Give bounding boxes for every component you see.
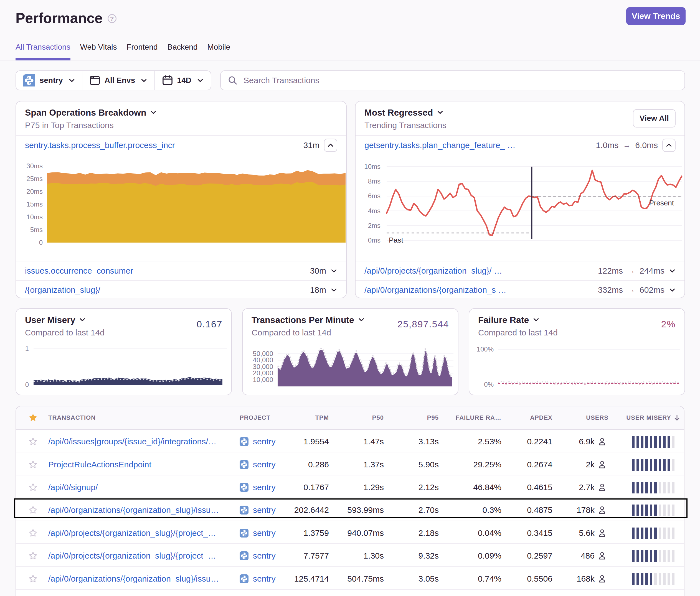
svg-text:0ms: 0ms [368,236,380,244]
svg-text:25ms: 25ms [26,175,43,182]
svg-text:0: 0 [39,239,43,246]
svg-text:5ms: 5ms [30,226,43,233]
svg-text:4ms: 4ms [368,207,380,214]
svg-text:20ms: 20ms [26,188,43,195]
svg-text:100%: 100% [477,345,494,353]
svg-text:10ms: 10ms [364,163,380,170]
svg-text:10,000: 10,000 [253,376,273,383]
svg-text:0: 0 [25,381,29,388]
svg-text:8ms: 8ms [368,177,380,185]
svg-text:2ms: 2ms [368,222,380,229]
svg-text:15ms: 15ms [26,201,43,208]
svg-text:30ms: 30ms [26,162,43,170]
svg-text:10ms: 10ms [26,213,43,221]
svg-text:1: 1 [25,345,29,352]
svg-text:Present: Present [649,199,674,207]
svg-text:0%: 0% [484,381,494,388]
svg-text:6ms: 6ms [368,192,380,200]
svg-text:Past: Past [389,236,403,244]
